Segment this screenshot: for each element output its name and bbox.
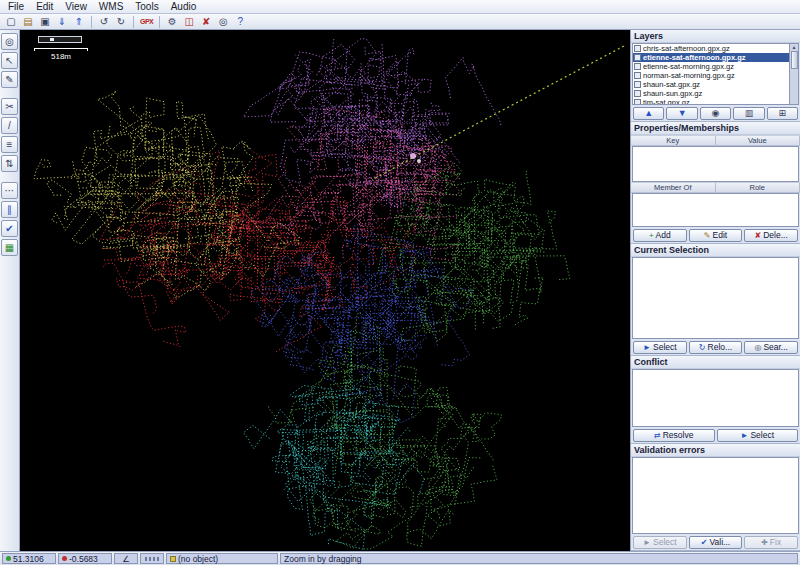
longitude-icon	[62, 556, 67, 561]
layer-item[interactable]: etienne-sat-afternoon.gpx.gz	[633, 53, 789, 62]
scale-line	[34, 48, 88, 51]
menu-wms[interactable]: WMS	[93, 1, 129, 12]
hint-text: Zoom in by dragging	[284, 554, 362, 564]
conflict-list-body[interactable]	[632, 369, 799, 427]
properties-panel-title: Properties/Memberships	[631, 122, 800, 135]
layer-visibility-button[interactable]: ◉	[700, 107, 731, 120]
resolve-button[interactable]: ⇄Resolve	[633, 429, 715, 442]
key-column-header: Key	[631, 136, 716, 145]
combine-way-icon[interactable]: ≡	[1, 136, 18, 153]
layer-delete-button[interactable]: ▥	[733, 107, 764, 120]
add-icon: +	[649, 231, 654, 240]
reload-button[interactable]: ↻Relo...	[689, 341, 743, 354]
menu-file[interactable]: File	[2, 1, 30, 12]
properties-panel: Properties/Memberships Key Value Member …	[631, 122, 800, 244]
layer-item[interactable]: tim-sat.gpx.gz	[633, 98, 789, 105]
edit-button[interactable]: ✎Edit	[689, 229, 743, 242]
layer-up-button[interactable]: ▲	[633, 107, 664, 120]
redo-icon[interactable]: ↻	[113, 15, 129, 29]
layer-label: shaun-sun.gpx.gz	[643, 89, 702, 98]
layer-item[interactable]: etienne-sat-morning.gpx.gz	[633, 62, 789, 71]
reverse-way-icon[interactable]: ⇅	[1, 155, 18, 172]
gpx-layer-icon	[634, 81, 641, 88]
scroll-up-icon[interactable]: ▲	[792, 44, 797, 50]
draw-mode-icon[interactable]: ✎	[1, 71, 18, 88]
layer-label: chris-sat-afternoon.gpx.gz	[643, 44, 730, 53]
undo-icon[interactable]: ↺	[96, 15, 112, 29]
download-icon[interactable]: ⇓	[54, 15, 70, 29]
properties-table-body[interactable]	[632, 146, 799, 182]
layer-merge-button[interactable]: ⊞	[767, 107, 798, 120]
resolve-icon: ⇄	[654, 431, 661, 440]
split-way-icon[interactable]: /	[1, 117, 18, 134]
add-button[interactable]: +Add	[633, 229, 687, 242]
layer-item[interactable]: norman-sat-morning.gpx.gz	[633, 71, 789, 80]
distance-field	[140, 553, 164, 564]
layer-item[interactable]: shaun-sat.gpx.gz	[633, 80, 789, 89]
status-hint: Zoom in by dragging	[280, 553, 798, 564]
selection-list-body[interactable]	[632, 257, 799, 339]
layer-label: shaun-sat.gpx.gz	[643, 80, 700, 89]
menu-audio[interactable]: Audio	[165, 1, 203, 12]
button-label: Dele...	[763, 230, 788, 240]
layer-list: chris-sat-afternoon.gpx.gz etienne-sat-a…	[632, 43, 790, 105]
layers-scrollbar[interactable]: ▲	[790, 43, 799, 105]
layer-down-button[interactable]: ▼	[666, 107, 697, 120]
wms-icon[interactable]: ◫	[181, 15, 197, 29]
reload-icon: ↻	[699, 343, 706, 352]
layers-panel: Layers chris-sat-afternoon.gpx.gz etienn…	[631, 30, 800, 122]
layer-buttons: ▲▼◉▥⊞	[631, 105, 800, 121]
map-canvas[interactable]: 518m	[20, 30, 630, 551]
layer-item[interactable]: shaun-sun.gpx.gz	[633, 89, 789, 98]
zoom-slider-thumb[interactable]	[50, 38, 54, 41]
layer-list-wrap: chris-sat-afternoon.gpx.gz etienne-sat-a…	[632, 43, 799, 105]
conflict-panel-title: Conflict	[631, 356, 800, 369]
layer-item[interactable]: chris-sat-afternoon.gpx.gz	[633, 44, 789, 53]
validate-button[interactable]: ✔Vali...	[689, 536, 743, 549]
help-icon[interactable]: ?	[232, 15, 248, 29]
delete-icon[interactable]: ✘	[198, 15, 214, 29]
select-mode-icon[interactable]: ↖	[1, 52, 18, 69]
menu-view[interactable]: View	[59, 1, 93, 12]
menu-edit[interactable]: Edit	[30, 1, 59, 12]
align-nodes-icon[interactable]: ⋯	[1, 182, 18, 199]
toolbar-separator	[159, 16, 160, 28]
latitude-field: 51.3106	[2, 553, 56, 564]
upload-icon[interactable]: ⇑	[71, 15, 87, 29]
open-icon[interactable]: ▤	[20, 15, 36, 29]
layer-label: etienne-sat-morning.gpx.gz	[643, 62, 734, 71]
zoom-icon[interactable]: ◎	[215, 15, 231, 29]
josm-window: File Edit View WMS Tools Audio ▢▤▣⇓⇑↺↻GP…	[0, 0, 800, 565]
delete-button[interactable]: ✘Dele...	[744, 229, 798, 242]
latitude-value: 51.3106	[13, 554, 44, 564]
scrollbar-thumb[interactable]	[791, 51, 798, 69]
button-label: Edit	[713, 230, 728, 240]
search-icon: ◎	[754, 343, 761, 352]
validate-icon[interactable]: ✔	[1, 220, 18, 237]
membership-table-body[interactable]	[632, 193, 799, 227]
gpx-export-icon[interactable]: GPX	[138, 15, 155, 29]
button-label: Sear...	[763, 342, 788, 352]
search-button[interactable]: ◎Sear...	[744, 341, 798, 354]
gpx-layer-icon	[634, 72, 641, 79]
key-value-header: Key Value	[631, 135, 800, 146]
zoom-slider[interactable]	[38, 36, 82, 43]
select-button[interactable]: ►Select	[717, 429, 799, 442]
member-of-column-header: Member Of	[631, 183, 716, 192]
delete-mode-icon[interactable]: ✂	[1, 98, 18, 115]
parallel-way-icon[interactable]: ∥	[1, 201, 18, 218]
grid-icon[interactable]: ▦	[1, 239, 18, 256]
gps-trace-canvas	[20, 30, 630, 551]
selection-buttons: ►Select↻Relo...◎Sear...	[631, 339, 800, 355]
save-icon[interactable]: ▣	[37, 15, 53, 29]
new-layer-icon[interactable]: ▢	[3, 15, 19, 29]
preferences-icon[interactable]: ⚙	[164, 15, 180, 29]
validation-list-body[interactable]	[632, 457, 799, 534]
object-field: (no object)	[166, 553, 278, 564]
menu-tools[interactable]: Tools	[129, 1, 164, 12]
button-label: Select	[653, 537, 677, 547]
select-button[interactable]: ►Select	[633, 341, 687, 354]
zoom-mode-icon[interactable]: ◎	[1, 33, 18, 50]
properties-buttons: +Add✎Edit✘Dele...	[631, 227, 800, 243]
layer-label: tim-sat.gpx.gz	[643, 98, 690, 105]
